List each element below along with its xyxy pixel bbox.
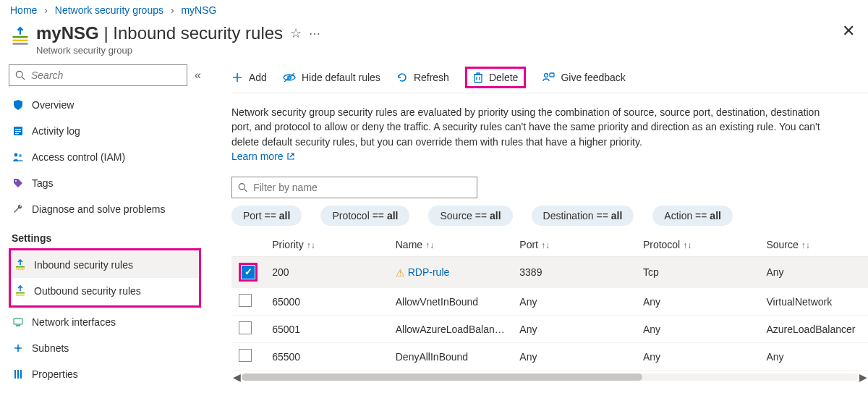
scroll-track[interactable] <box>242 373 858 381</box>
eye-slash-icon <box>283 72 296 83</box>
more-icon[interactable]: ⋯ <box>309 27 321 41</box>
svg-rect-24 <box>475 75 482 83</box>
cell-priority: 65500 <box>265 343 388 371</box>
rule-name: AllowAzureLoadBalan… <box>396 324 505 335</box>
cell-protocol: Tcp <box>636 257 760 288</box>
scroll-right-icon[interactable]: ▶ <box>858 371 868 383</box>
col-port[interactable]: Port↑↓ <box>512 233 636 257</box>
sidebar-item-label: Inbound security rules <box>34 259 133 271</box>
sidebar-item-label: Diagnose and solve problems <box>32 203 165 215</box>
svg-rect-0 <box>13 36 28 38</box>
feedback-button[interactable]: Give feedback <box>542 72 626 83</box>
sidebar-item-network-interfaces[interactable]: Network interfaces <box>9 309 201 335</box>
col-priority[interactable]: Priority↑↓ <box>265 233 388 257</box>
sort-icon: ↑↓ <box>541 240 550 250</box>
svg-rect-16 <box>14 318 22 324</box>
sidebar: « Overview Activity log Access control (… <box>0 59 210 387</box>
sort-icon: ↑↓ <box>683 240 692 250</box>
svg-rect-12 <box>16 266 25 268</box>
svg-line-4 <box>22 77 25 80</box>
hide-default-rules-button[interactable]: Hide default rules <box>283 72 380 83</box>
pill-port[interactable]: Port == all <box>231 206 302 226</box>
breadcrumb: Home › Network security groups › myNSG <box>0 0 868 19</box>
cell-name: AllowVnetInBound <box>388 288 513 316</box>
sidebar-item-label: Tags <box>32 177 54 189</box>
pill-action[interactable]: Action == all <box>652 206 733 226</box>
filter-by-name[interactable] <box>231 177 477 198</box>
sidebar-item-subnets[interactable]: Subnets <box>9 335 201 361</box>
log-icon <box>12 124 25 138</box>
sidebar-search[interactable] <box>9 64 187 86</box>
outbound-rules-icon <box>14 284 27 297</box>
svg-point-25 <box>545 73 548 77</box>
table-row[interactable]: 65001AllowAzureLoadBalan…AnyAnyAzureLoad… <box>231 316 868 343</box>
cell-source: VirtualNetwork <box>759 288 868 316</box>
refresh-button[interactable]: Refresh <box>396 72 449 83</box>
table-row[interactable]: 65000AllowVnetInBoundAnyAnyVirtualNetwor… <box>231 288 868 316</box>
svg-point-3 <box>16 71 22 77</box>
close-icon[interactable]: ✕ <box>842 22 855 41</box>
filter-input[interactable] <box>252 181 471 194</box>
svg-rect-26 <box>550 73 554 77</box>
sidebar-item-inbound-rules[interactable]: Inbound security rules <box>11 252 199 278</box>
pill-protocol[interactable]: Protocol == all <box>320 206 409 226</box>
cell-source: AzureLoadBalancer <box>759 316 868 343</box>
nsg-rules-icon <box>10 26 30 46</box>
rule-name-link[interactable]: RDP-rule <box>408 266 450 278</box>
sidebar-item-activity-log[interactable]: Activity log <box>9 118 201 144</box>
scroll-thumb[interactable] <box>242 373 642 381</box>
sidebar-item-label: Access control (IAM) <box>32 151 125 163</box>
external-link-icon <box>286 152 295 161</box>
table-row[interactable]: 200⚠RDP-rule3389TcpAny <box>231 257 868 288</box>
svg-rect-20 <box>17 370 19 379</box>
row-checkbox[interactable] <box>239 349 252 362</box>
rule-name: DenyAllInBound <box>396 351 468 363</box>
horizontal-scrollbar[interactable]: ◀ ▶ <box>231 372 868 382</box>
sidebar-item-label: Network interfaces <box>32 316 116 328</box>
collapse-sidebar-icon[interactable]: « <box>195 69 201 82</box>
breadcrumb-item[interactable]: Network security groups <box>55 4 163 16</box>
add-button[interactable]: Add <box>231 72 267 83</box>
row-checkbox[interactable] <box>242 266 255 279</box>
search-input[interactable] <box>30 69 181 82</box>
cell-name: AllowAzureLoadBalan… <box>388 316 513 343</box>
svg-point-27 <box>239 184 244 190</box>
favorite-icon[interactable]: ☆ <box>290 25 302 41</box>
sidebar-item-access-control[interactable]: Access control (IAM) <box>9 144 201 170</box>
breadcrumb-item[interactable]: myNSG <box>181 4 216 16</box>
rule-name: AllowVnetInBound <box>396 296 478 308</box>
col-name[interactable]: Name↑↓ <box>388 233 513 257</box>
sidebar-item-overview[interactable]: Overview <box>9 92 201 118</box>
cell-name: ⚠RDP-rule <box>388 257 513 288</box>
row-checkbox[interactable] <box>239 294 252 307</box>
sort-icon: ↑↓ <box>425 240 434 250</box>
sidebar-item-properties[interactable]: Properties <box>9 361 201 387</box>
sidebar-item-diagnose[interactable]: Diagnose and solve problems <box>9 196 201 222</box>
col-source[interactable]: Source↑↓ <box>759 233 868 257</box>
subnets-icon <box>12 342 25 355</box>
sidebar-item-outbound-rules[interactable]: Outbound security rules <box>11 278 199 304</box>
svg-point-18 <box>17 347 20 350</box>
learn-more-link[interactable]: Learn more <box>231 149 295 164</box>
pill-destination[interactable]: Destination == all <box>532 206 634 226</box>
sidebar-item-label: Overview <box>32 99 74 111</box>
svg-point-11 <box>15 180 17 182</box>
main-content: Add Hide default rules Refresh Delete Gi… <box>210 59 868 387</box>
pill-source[interactable]: Source == all <box>428 206 512 226</box>
cell-protocol: Any <box>636 288 760 316</box>
table-row[interactable]: 65500DenyAllInBoundAnyAnyAny <box>231 343 868 371</box>
cell-priority: 65001 <box>265 316 388 343</box>
svg-rect-2 <box>13 43 28 44</box>
breadcrumb-item[interactable]: Home <box>10 4 37 16</box>
properties-icon <box>12 368 25 381</box>
cell-source: Any <box>759 343 868 371</box>
row-checkbox[interactable] <box>239 321 252 334</box>
scroll-left-icon[interactable]: ◀ <box>231 371 242 383</box>
col-protocol[interactable]: Protocol↑↓ <box>636 233 760 257</box>
sidebar-item-tags[interactable]: Tags <box>9 170 201 196</box>
svg-rect-19 <box>14 370 16 379</box>
delete-button[interactable]: Delete <box>465 67 526 88</box>
svg-rect-8 <box>15 133 19 134</box>
feedback-icon <box>542 72 555 83</box>
svg-rect-6 <box>15 129 21 130</box>
